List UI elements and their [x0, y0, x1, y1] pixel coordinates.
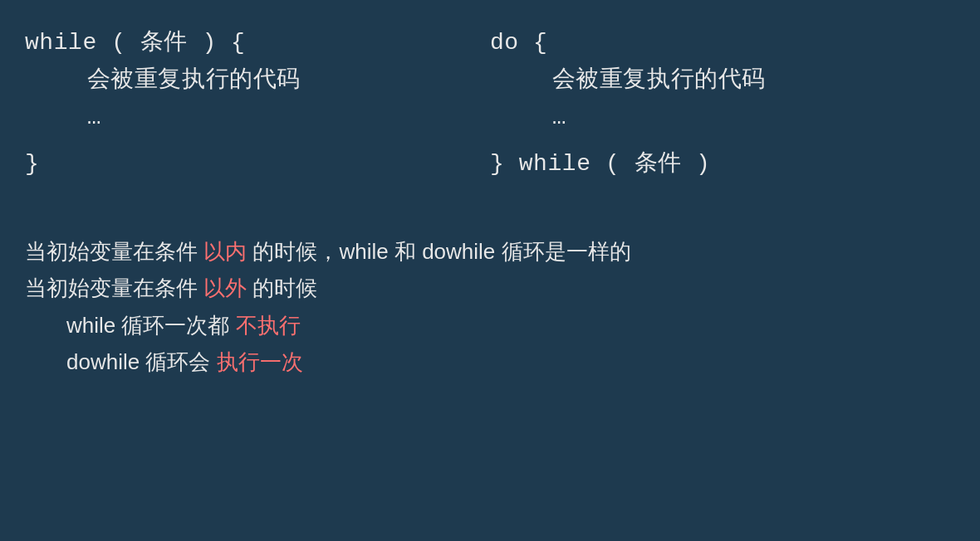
explain-line1-prefix: 当初始变量在条件 — [25, 239, 203, 264]
explain-line2-suffix: 的时候 — [247, 275, 317, 300]
dowhile-block: do { 会被重复执行的代码 … } while ( 条件 ) — [490, 17, 955, 192]
dowhile-line3: … — [490, 100, 955, 137]
dowhile-line2: 会被重复执行的代码 — [490, 62, 955, 100]
explain-line3: while 循环一次都 不执行 — [25, 307, 955, 344]
while-line4: } — [25, 146, 490, 183]
explain-line2: 当初始变量在条件 以外 的时候 — [25, 270, 955, 306]
while-line1: while ( 条件 ) { — [25, 25, 490, 62]
explain-line1: 当初始变量在条件 以内 的时候，while 和 dowhile 循环是一样的 — [25, 233, 955, 270]
while-line3: … — [25, 100, 490, 137]
dowhile-line1: do { — [490, 25, 955, 62]
explain-line4-highlight: 执行一次 — [217, 349, 303, 374]
explain-line4: dowhile 循环会 执行一次 — [25, 344, 955, 380]
explain-line4-prefix: dowhile 循环会 — [66, 349, 217, 374]
while-line2: 会被重复执行的代码 — [25, 62, 490, 100]
code-comparison: while ( 条件 ) { 会被重复执行的代码 … } do { 会被重复执行… — [25, 17, 955, 192]
explain-line3-highlight: 不执行 — [236, 313, 301, 338]
explain-line1-highlight: 以内 — [203, 239, 247, 264]
explain-line1-suffix: 的时候，while 和 dowhile 循环是一样的 — [247, 239, 630, 264]
while-block: while ( 条件 ) { 会被重复执行的代码 … } — [25, 17, 490, 192]
dowhile-line4: } while ( 条件 ) — [490, 146, 955, 183]
main-container: while ( 条件 ) { 会被重复执行的代码 … } do { 会被重复执行… — [0, 0, 980, 541]
explanation-section: 当初始变量在条件 以内 的时候，while 和 dowhile 循环是一样的 当… — [25, 225, 955, 388]
explain-line2-highlight: 以外 — [203, 275, 247, 300]
explain-line3-prefix: while 循环一次都 — [66, 313, 236, 338]
explain-line2-prefix: 当初始变量在条件 — [25, 275, 203, 300]
